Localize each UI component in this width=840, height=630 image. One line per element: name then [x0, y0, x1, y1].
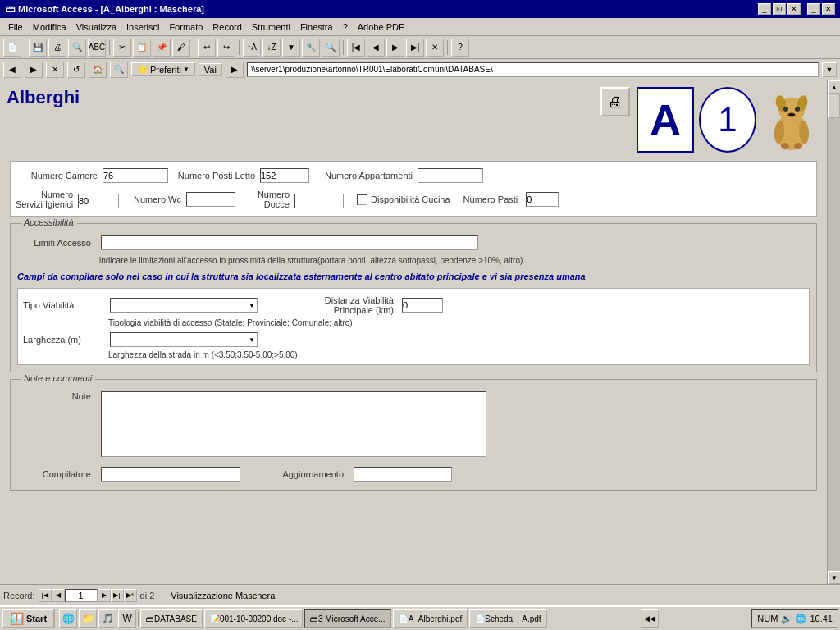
nav-first[interactable]: |◀ [347, 39, 365, 57]
cucina-label: Disponibilità Cucina [371, 194, 450, 204]
rec-next-button[interactable]: ▶ [98, 589, 111, 602]
addr-nav-icon[interactable]: ▶ [226, 62, 244, 78]
task-database[interactable]: 🗃 DATABASE [140, 609, 203, 628]
cut-button[interactable]: ✂ [113, 39, 131, 57]
menu-help[interactable]: ? [338, 21, 353, 34]
clock: 10.41 [810, 614, 833, 623]
new-button[interactable]: 📄 [3, 39, 21, 57]
form-title: Alberghi [7, 87, 600, 108]
nav-prev[interactable]: ◀ [367, 39, 385, 57]
restore-button[interactable]: ⊡ [773, 3, 786, 15]
task-access[interactable]: 🗃 3 Microsoft Acce... [304, 609, 391, 628]
paste-button[interactable]: 📌 [153, 39, 171, 57]
task-doc[interactable]: 📝 001-10-00200.doc -... [204, 609, 303, 628]
rec-first-button[interactable]: |◀ [39, 589, 52, 602]
cucina-checkbox[interactable] [357, 194, 368, 205]
folder-button[interactable]: 📁 [79, 609, 97, 628]
copy-button[interactable]: 📋 [133, 39, 151, 57]
note-section: Note e commenti Note Compilatore Aggiorn… [10, 379, 817, 491]
inner-close-button[interactable]: ✕ [822, 3, 835, 15]
help-button[interactable]: ? [451, 39, 469, 57]
menu-adobe-pdf[interactable]: Adobe PDF [353, 21, 409, 34]
inner-restore-button[interactable]: _ [807, 3, 820, 15]
pasti-input[interactable] [526, 192, 559, 207]
rec-last-button[interactable]: ▶| [111, 589, 124, 602]
start-button[interactable]: 🪟 Start [2, 609, 55, 628]
limiti-label: Limiti Accesso [17, 238, 91, 248]
search-addr-button[interactable]: 🔍 [110, 62, 128, 78]
wc-input[interactable] [186, 192, 235, 207]
forward-button[interactable]: ▶ [25, 62, 43, 78]
menu-visualizza[interactable]: Visualizza [71, 21, 121, 34]
pdf-icon2: 📄 [475, 614, 485, 623]
record-label: Record: [3, 591, 35, 600]
appartamenti-input[interactable] [418, 168, 483, 183]
ie-button[interactable]: 🌐 [59, 609, 77, 628]
sort-desc[interactable]: ↓Z [262, 39, 281, 57]
scroll-thumb[interactable] [828, 94, 840, 118]
menu-strumenti[interactable]: Strumenti [247, 21, 295, 34]
larghezza-dropdown[interactable]: ▼ [110, 332, 258, 347]
menu-inserisci[interactable]: Inserisci [121, 21, 164, 34]
addr-dropdown-button[interactable]: ▼ [822, 62, 837, 77]
home-button[interactable]: 🏠 [89, 62, 107, 78]
undo-button[interactable]: ↩ [198, 39, 216, 57]
aggiornamento-input[interactable] [354, 467, 452, 482]
menu-file[interactable]: File [3, 21, 28, 34]
docce-input[interactable] [294, 194, 344, 208]
note-textarea[interactable] [101, 391, 486, 457]
word-button[interactable]: W [118, 609, 136, 628]
menu-modifica[interactable]: Modifica [28, 21, 71, 34]
sort-asc[interactable]: ↑A [243, 39, 261, 57]
title-bar-controls: _ ⊡ ✕ _ ✕ [758, 3, 835, 15]
preferiti-button[interactable]: ⭐ Preferiti ▼ [131, 62, 195, 76]
nav-next[interactable]: ▶ [386, 39, 404, 57]
save-button[interactable]: 💾 [29, 39, 47, 57]
delete-record[interactable]: ✕ [426, 39, 444, 57]
minimize-button[interactable]: _ [758, 3, 771, 15]
menu-finestra[interactable]: Finestra [295, 21, 338, 34]
printer-button[interactable]: 🖨 [600, 87, 630, 116]
filter-btn[interactable]: ▼ [282, 39, 300, 57]
media-button[interactable]: 🎵 [98, 609, 116, 628]
viabilita-dropdown[interactable]: ▼ [110, 298, 258, 313]
postiletto-input[interactable] [260, 168, 309, 183]
scroll-down-button[interactable]: ▼ [828, 571, 840, 584]
filter-apply[interactable]: 🔧 [302, 39, 320, 57]
menu-record[interactable]: Record [208, 21, 246, 34]
limiti-input[interactable] [101, 235, 478, 250]
servizi-input[interactable] [78, 194, 119, 208]
rec-prev-button[interactable]: ◀ [52, 589, 65, 602]
print-button[interactable]: 🖨 [48, 39, 66, 57]
compilatore-input[interactable] [101, 467, 240, 482]
nav-last[interactable]: ▶| [406, 39, 424, 57]
title-bar-text: 🗃 Microsoft Access - [A_Alberghi : Masch… [5, 3, 204, 15]
record-current-input[interactable] [65, 589, 98, 602]
compilatore-label: Compilatore [17, 469, 91, 479]
title-bar-label: Microsoft Access - [A_Alberghi : Mascher… [18, 4, 204, 14]
taskbar-prev-arrow[interactable]: ◀◀ [641, 609, 659, 628]
scroll-up-button[interactable]: ▲ [828, 80, 840, 94]
format-painter[interactable]: 🖌 [172, 39, 190, 57]
refresh-button[interactable]: ↺ [67, 62, 85, 78]
back-button[interactable]: ◀ [3, 62, 21, 78]
viabilita-hint-text: Tipologia viabilità di accesso (Statale;… [108, 318, 353, 327]
camere-input[interactable] [103, 168, 168, 183]
address-input[interactable] [247, 62, 819, 77]
task-scheda-pdf[interactable]: 📄 Scheda__A.pdf [469, 609, 546, 628]
close-button[interactable]: ✕ [788, 3, 801, 15]
upper-fields-container: Numero Camere Numero Posti Letto Numero … [10, 161, 817, 217]
stop-button[interactable]: ✕ [46, 62, 64, 78]
rec-new-button[interactable]: ▶* [124, 589, 137, 602]
windows-icon: 🪟 [10, 612, 24, 625]
preview-button[interactable]: 🔍 [68, 39, 86, 57]
viabilita-hint: Tipologia viabilità di accesso (Statale;… [108, 318, 804, 327]
search-button[interactable]: 🔍 [322, 39, 340, 57]
menu-formato[interactable]: Formato [164, 21, 208, 34]
vai-button[interactable]: Vai [199, 63, 222, 76]
spell-button[interactable]: ABC [88, 39, 106, 57]
task-alberghi-pdf[interactable]: 📄 A_Alberghi.pdf [393, 609, 468, 628]
distanza-input[interactable] [402, 298, 443, 313]
hotel-number: 1 [718, 100, 737, 139]
redo-button[interactable]: ↪ [217, 39, 235, 57]
